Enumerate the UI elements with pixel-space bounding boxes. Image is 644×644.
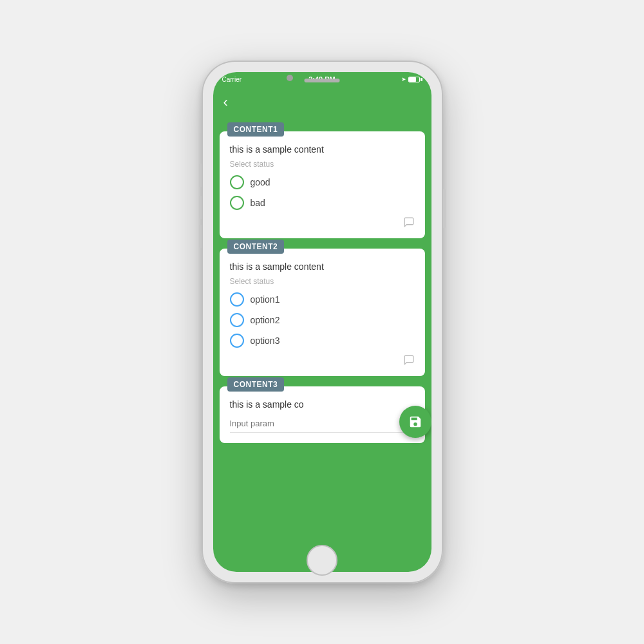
radio-label-1-1: good bbox=[251, 177, 270, 187]
card-label-1: CONTENT1 bbox=[227, 122, 285, 137]
radio-label-1-2: bad bbox=[251, 198, 265, 208]
phone-camera bbox=[287, 75, 293, 81]
home-button[interactable] bbox=[307, 545, 337, 576]
radio-option-2-2[interactable]: option2 bbox=[230, 313, 415, 327]
carrier-label: Carrier bbox=[222, 76, 242, 83]
cards-container: CONTENT1 this is a sample content Select… bbox=[220, 131, 425, 443]
fab-save-button[interactable] bbox=[399, 406, 431, 438]
radio-option-2-1[interactable]: option1 bbox=[230, 292, 415, 307]
app-content: CONTENT1 this is a sample content Select… bbox=[213, 118, 431, 572]
radio-label-2-1: option1 bbox=[251, 294, 280, 305]
back-button[interactable]: ‹ bbox=[223, 95, 228, 109]
app-header: ‹ bbox=[213, 86, 431, 118]
input-param-field[interactable] bbox=[230, 415, 415, 433]
content-card-3: CONTENT3 this is a sample co bbox=[220, 386, 425, 443]
card-title-3: this is a sample co bbox=[230, 399, 415, 410]
phone-screen: Carrier 2:49 PM ➤ ‹ bbox=[213, 72, 431, 572]
radio-circle-2-1[interactable] bbox=[230, 292, 244, 307]
status-bar-right: ➤ bbox=[401, 76, 422, 82]
comment-icon-1[interactable] bbox=[230, 216, 415, 228]
card-label-3: CONTENT3 bbox=[227, 377, 285, 392]
radio-label-2-3: option3 bbox=[251, 336, 280, 346]
card-title-1: this is a sample content bbox=[230, 144, 415, 155]
save-icon bbox=[408, 415, 422, 429]
content-card-2: CONTENT2 this is a sample content Select… bbox=[220, 249, 425, 376]
radio-circle-2-3[interactable] bbox=[230, 334, 244, 348]
phone-speaker bbox=[305, 79, 340, 82]
radio-label-2-2: option2 bbox=[251, 315, 280, 325]
location-icon: ➤ bbox=[401, 76, 406, 82]
radio-circle-1-1[interactable] bbox=[230, 175, 244, 189]
battery-icon bbox=[408, 77, 422, 82]
radio-circle-1-2[interactable] bbox=[230, 196, 244, 210]
card-title-2: this is a sample content bbox=[230, 261, 415, 272]
content-card-1: CONTENT1 this is a sample content Select… bbox=[220, 131, 425, 238]
radio-option-1-2[interactable]: bad bbox=[230, 196, 415, 210]
select-status-label-1: Select status bbox=[230, 160, 415, 169]
select-status-label-2: Select status bbox=[230, 277, 415, 286]
comment-icon-2[interactable] bbox=[230, 354, 415, 366]
radio-option-1-1[interactable]: good bbox=[230, 175, 415, 189]
radio-option-2-3[interactable]: option3 bbox=[230, 334, 415, 348]
radio-circle-2-2[interactable] bbox=[230, 313, 244, 327]
phone-device: Carrier 2:49 PM ➤ ‹ bbox=[202, 61, 443, 583]
card-label-2: CONTENT2 bbox=[227, 240, 285, 254]
